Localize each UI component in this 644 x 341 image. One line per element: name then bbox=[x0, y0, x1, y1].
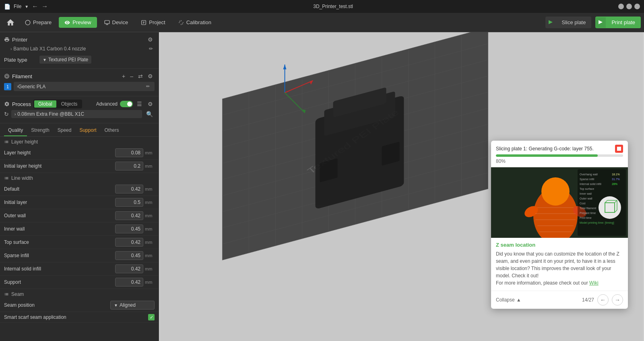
project-label: Project bbox=[149, 19, 165, 25]
inner-wall-unit: mm bbox=[145, 227, 155, 231]
preset-dropdown[interactable]: › 0.08mm Extra Fine @BBL X1C bbox=[11, 110, 142, 118]
slicing-header: Slicing plate 1: Generating G-code: laye… bbox=[491, 141, 628, 154]
process-list-button[interactable]: ☰ bbox=[135, 100, 144, 108]
slicing-wiki-link[interactable]: Wiki bbox=[589, 280, 599, 286]
tab-quality[interactable]: Quality bbox=[4, 125, 27, 136]
filament-name-dropdown[interactable]: › Generic PLA ✏ bbox=[14, 82, 155, 91]
internal-solid-infill-input[interactable] bbox=[115, 264, 143, 273]
filament-item: 1 › Generic PLA ✏ bbox=[4, 80, 155, 93]
file-menu-label[interactable]: File bbox=[14, 4, 21, 9]
tab-speed[interactable]: Speed bbox=[54, 125, 76, 136]
layer-height-input[interactable] bbox=[115, 148, 143, 157]
slicing-stop-button[interactable] bbox=[615, 145, 623, 153]
filament-remove-button[interactable]: – bbox=[128, 72, 135, 80]
titlebar-left: 📄 File ▼ ← → bbox=[4, 3, 48, 10]
outer-wall-row: Outer wall mm bbox=[0, 209, 159, 222]
nav-project-button[interactable]: Project bbox=[135, 17, 171, 28]
nav-preview-button[interactable]: Preview bbox=[59, 17, 97, 28]
line-width-group-label: Line width bbox=[11, 175, 33, 181]
internal-solid-infill-label: Internal solid infill bbox=[4, 266, 115, 272]
tab-strength[interactable]: Strength bbox=[27, 125, 53, 136]
inner-wall-input[interactable] bbox=[115, 225, 143, 233]
maximize-button[interactable] bbox=[626, 4, 632, 9]
support-label: Support bbox=[4, 279, 115, 285]
slicing-title: Slicing plate 1: Generating G-code: laye… bbox=[496, 146, 615, 152]
slicing-next-button[interactable]: → bbox=[612, 294, 623, 306]
objects-mode-button[interactable]: Objects bbox=[57, 100, 82, 108]
calibration-label: Calibration bbox=[186, 19, 211, 25]
top-surface-input[interactable] bbox=[115, 238, 143, 247]
plate-type-row: Plate type ▼ Textured PEI Plate bbox=[4, 53, 155, 65]
sparse-infill-input[interactable] bbox=[115, 251, 143, 260]
slicing-tip-title: Z seam location bbox=[496, 242, 623, 248]
printer-edit-button[interactable]: ✏ bbox=[147, 45, 155, 52]
preset-search-button[interactable]: 🔍 bbox=[144, 110, 155, 118]
filament-section: Filament + – ⇄ ⚙ 1 › Generic PLA ✏ bbox=[0, 69, 159, 96]
nav-prepare-button[interactable]: Prepare bbox=[19, 17, 57, 28]
settings-list: Layer height Layer height mm Initial lay… bbox=[0, 137, 159, 341]
support-unit: mm bbox=[145, 280, 155, 285]
back-button[interactable]: ← bbox=[32, 3, 38, 10]
filament-add-button[interactable]: + bbox=[120, 72, 127, 80]
layer-height-label: Layer height bbox=[4, 150, 115, 156]
inner-wall-label: Inner wall bbox=[4, 226, 115, 232]
main-layout: Printer ⚙ › Bambu Lab X1 Carbon 0.4 nozz… bbox=[0, 32, 644, 341]
outer-wall-unit: mm bbox=[145, 213, 155, 218]
seam-group-header: Seam bbox=[0, 289, 159, 299]
initial-layer-height-input[interactable] bbox=[115, 162, 143, 170]
process-settings-button[interactable]: ⚙ bbox=[146, 100, 155, 108]
smart-scarf-checkbox[interactable]: ✓ bbox=[148, 314, 155, 320]
slice-plate-label: Slice plate bbox=[556, 17, 591, 28]
home-button[interactable] bbox=[3, 15, 18, 30]
minimize-button[interactable] bbox=[618, 4, 624, 9]
process-mode-toggle: Global Objects bbox=[33, 100, 82, 108]
internal-solid-infill-unit: mm bbox=[145, 266, 155, 271]
default-input[interactable] bbox=[115, 185, 143, 193]
window-controls bbox=[618, 4, 640, 9]
svg-text:Outer wall: Outer wall bbox=[580, 197, 592, 200]
global-mode-button[interactable]: Global bbox=[34, 100, 56, 108]
filament-sync-button[interactable]: ⇄ bbox=[136, 72, 144, 80]
smart-scarf-row: Smart scarf seam application ✓ bbox=[0, 312, 159, 323]
initial-layer-input[interactable] bbox=[115, 198, 143, 207]
nav-calibration-button[interactable]: Calibration bbox=[173, 17, 217, 28]
printer-section-label: Printer bbox=[12, 37, 27, 43]
main-viewport: Textured PEI Plate bbox=[159, 32, 644, 341]
plate-type-label: Plate type bbox=[4, 57, 36, 63]
collapse-button[interactable]: Collapse ▲ bbox=[496, 297, 521, 303]
close-button[interactable] bbox=[634, 4, 640, 9]
slice-plate-button[interactable]: Slice plate bbox=[545, 17, 591, 28]
navbar: Prepare Preview Device Project Calibrati… bbox=[0, 13, 644, 32]
top-surface-unit: mm bbox=[145, 240, 155, 245]
seam-position-label: Seam position bbox=[4, 302, 110, 308]
preset-name-value: 0.08mm Extra Fine @BBL X1C bbox=[17, 111, 84, 117]
svg-text:Total filament: Total filament bbox=[580, 207, 596, 210]
seam-position-row: Seam position ▼ Aligned bbox=[0, 299, 159, 312]
svg-text:31.7%: 31.7% bbox=[612, 178, 620, 181]
filament-edit-button[interactable]: ✏ bbox=[144, 83, 151, 90]
tab-support[interactable]: Support bbox=[75, 125, 100, 136]
svg-point-46 bbox=[541, 177, 570, 206]
nav-device-button[interactable]: Device bbox=[99, 17, 134, 28]
slicing-progress-fill bbox=[496, 154, 598, 157]
seam-position-dropdown[interactable]: ▼ Aligned bbox=[110, 301, 155, 310]
support-row: Support mm bbox=[0, 276, 159, 289]
seam-position-value: Aligned bbox=[120, 302, 136, 308]
collapse-icon: ▲ bbox=[516, 297, 521, 303]
support-input[interactable] bbox=[115, 278, 143, 287]
forward-button[interactable]: → bbox=[41, 3, 48, 10]
printer-section: Printer ⚙ › Bambu Lab X1 Carbon 0.4 nozz… bbox=[0, 32, 159, 69]
svg-text:18.1%: 18.1% bbox=[612, 173, 620, 176]
tab-others[interactable]: Others bbox=[100, 125, 123, 136]
plate-type-dropdown[interactable]: ▼ Textured PEI Plate bbox=[39, 56, 91, 64]
print-plate-button[interactable]: Print plate bbox=[595, 17, 641, 28]
quality-tabs: Quality Strength Speed Support Others bbox=[0, 123, 159, 137]
outer-wall-input[interactable] bbox=[115, 211, 143, 220]
advanced-toggle[interactable] bbox=[120, 101, 133, 107]
initial-layer-height-unit: mm bbox=[145, 164, 155, 168]
filament-section-label: Filament bbox=[12, 73, 32, 79]
printer-settings-button[interactable]: ⚙ bbox=[146, 35, 155, 44]
slicing-prev-button[interactable]: ← bbox=[597, 294, 609, 306]
sparse-infill-label: Sparse infill bbox=[4, 253, 115, 258]
filament-settings-button[interactable]: ⚙ bbox=[146, 72, 155, 80]
